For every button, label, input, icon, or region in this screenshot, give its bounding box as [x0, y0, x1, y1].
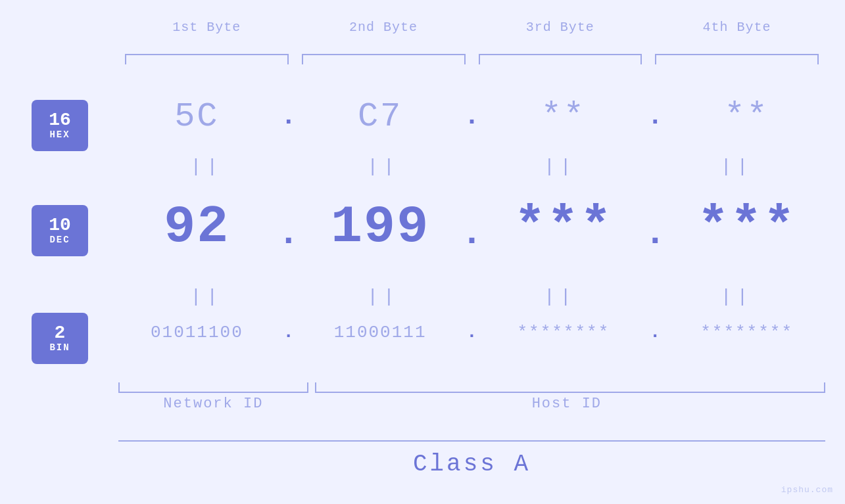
watermark: ipshu.com [781, 485, 833, 495]
bottom-brackets [118, 382, 825, 393]
class-row: Class A [118, 440, 825, 478]
eq1-b2: || [295, 156, 472, 177]
bin-dot2: . [459, 322, 485, 342]
hex-byte3: ** [485, 97, 642, 136]
bin-byte1: 01011100 [118, 323, 276, 342]
bin-badge: 2 BIN [32, 313, 88, 364]
bin-byte3: ******** [485, 323, 642, 342]
dec-badge-label: DEC [49, 235, 70, 245]
dec-badge-num: 10 [49, 216, 71, 235]
host-id-label: Host ID [308, 396, 825, 412]
hex-dot1: . [276, 102, 302, 131]
col-header-2: 2nd Byte [295, 20, 472, 35]
bin-dot1: . [276, 322, 302, 342]
eq2-b2: || [295, 286, 472, 307]
dec-dot2: . [459, 202, 485, 252]
column-headers: 1st Byte 2nd Byte 3rd Byte 4th Byte [118, 20, 825, 35]
dec-byte1: 92 [118, 197, 276, 257]
bin-dot3: . [642, 322, 668, 342]
dec-dot1: . [276, 202, 302, 252]
hex-dot3: . [642, 102, 668, 131]
bracket-2 [302, 54, 466, 64]
bracket-4 [655, 54, 819, 64]
top-brackets [118, 54, 825, 64]
hex-byte1: 5C [118, 97, 276, 136]
hex-badge-label: HEX [49, 129, 70, 140]
hex-dot2: . [459, 102, 485, 131]
eq2-b1: || [118, 286, 295, 307]
eq1-b4: || [648, 156, 825, 177]
eq2-b4: || [648, 286, 825, 307]
bracket-1 [125, 54, 289, 64]
hex-byte2: C7 [302, 97, 459, 136]
dec-row: 92 . 199 . *** . *** [118, 197, 825, 257]
host-bracket [315, 382, 825, 393]
dec-dot3: . [642, 202, 668, 252]
eq-row-1: || || || || [118, 156, 825, 177]
bin-byte4: ******** [668, 323, 825, 342]
eq2-b3: || [472, 286, 649, 307]
hex-byte4: ** [668, 97, 825, 136]
dec-badge: 10 DEC [32, 205, 88, 256]
net-bracket [118, 382, 308, 393]
network-id-label: Network ID [118, 396, 308, 412]
eq1-b3: || [472, 156, 649, 177]
eq-row-2: || || || || [118, 286, 825, 307]
hex-badge-num: 16 [49, 111, 71, 129]
bin-row: 01011100 . 11000111 . ******** . *******… [118, 322, 825, 342]
col-header-3: 3rd Byte [472, 20, 649, 35]
dec-byte4: *** [668, 197, 825, 257]
col-header-1: 1st Byte [118, 20, 295, 35]
bin-badge-num: 2 [55, 324, 66, 342]
col-header-4: 4th Byte [648, 20, 825, 35]
eq1-b1: || [118, 156, 295, 177]
dec-byte2: 199 [302, 197, 459, 257]
bin-badge-label: BIN [49, 342, 70, 353]
hex-badge: 16 HEX [32, 100, 88, 151]
id-labels: Network ID Host ID [118, 396, 825, 412]
bin-byte2: 11000111 [302, 323, 459, 342]
bracket-3 [479, 54, 642, 64]
dec-byte3: *** [485, 197, 642, 257]
hex-row: 5C . C7 . ** . ** [118, 97, 825, 136]
class-label: Class A [413, 451, 531, 478]
